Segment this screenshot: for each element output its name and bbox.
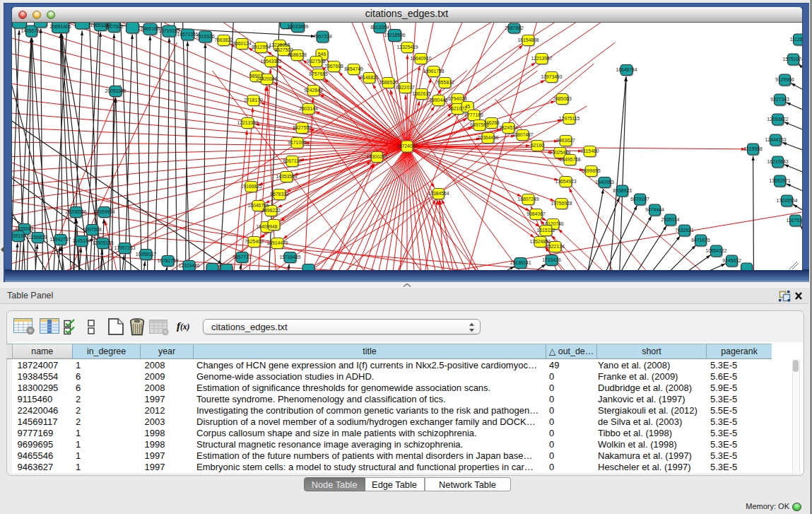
svg-text:19384554: 19384554 bbox=[428, 191, 449, 196]
svg-text:6466160: 6466160 bbox=[141, 26, 160, 31]
svg-text:2522134: 2522134 bbox=[546, 244, 565, 249]
svg-text:9463627: 9463627 bbox=[556, 138, 575, 143]
svg-text:16033809: 16033809 bbox=[287, 24, 308, 29]
svg-text:1156829: 1156829 bbox=[28, 235, 47, 240]
svg-text:12323446: 12323446 bbox=[178, 263, 199, 268]
svg-text:10973493: 10973493 bbox=[541, 74, 562, 79]
svg-text:6794028: 6794028 bbox=[448, 96, 467, 101]
svg-text:3498222: 3498222 bbox=[261, 208, 281, 213]
svg-text:9857771: 9857771 bbox=[233, 255, 252, 259]
svg-text:17016504: 17016504 bbox=[776, 198, 797, 203]
svg-text:16648784: 16648784 bbox=[616, 67, 637, 72]
svg-text:14055724: 14055724 bbox=[20, 28, 42, 33]
svg-text:9474444: 9474444 bbox=[645, 207, 664, 212]
svg-text:8757685: 8757685 bbox=[309, 71, 328, 76]
svg-text:1167533: 1167533 bbox=[786, 218, 801, 223]
svg-text:17359934: 17359934 bbox=[93, 209, 114, 214]
svg-text:8267110: 8267110 bbox=[283, 158, 301, 163]
svg-text:16543382: 16543382 bbox=[260, 59, 281, 64]
svg-text:45: 45 bbox=[464, 104, 470, 109]
svg-text:12942737: 12942737 bbox=[49, 237, 71, 242]
svg-text:16046786: 16046786 bbox=[247, 203, 269, 208]
svg-text:1527602: 1527602 bbox=[105, 24, 124, 29]
svg-text:98901: 98901 bbox=[249, 74, 263, 78]
svg-text:7515526: 7515526 bbox=[196, 34, 215, 39]
svg-text:9777169: 9777169 bbox=[464, 112, 483, 117]
svg-text:13524851: 13524851 bbox=[529, 239, 551, 244]
svg-text:15751074: 15751074 bbox=[782, 57, 802, 62]
svg-text:1145194: 1145194 bbox=[72, 238, 90, 243]
svg-text:8990448: 8990448 bbox=[429, 98, 448, 103]
svg-text:2803144: 2803144 bbox=[299, 106, 318, 111]
svg-text:16120746: 16120746 bbox=[542, 221, 563, 226]
svg-text:18495758: 18495758 bbox=[559, 157, 580, 162]
svg-text:13325419: 13325419 bbox=[396, 45, 418, 49]
svg-text:546: 546 bbox=[317, 52, 326, 57]
svg-text:19756928: 19756928 bbox=[551, 201, 572, 206]
svg-text:6879197: 6879197 bbox=[630, 197, 649, 201]
svg-text:15136141: 15136141 bbox=[510, 260, 531, 265]
svg-text:62160: 62160 bbox=[531, 143, 544, 148]
svg-text:8454749: 8454749 bbox=[344, 66, 363, 71]
svg-text:13226058: 13226058 bbox=[269, 42, 290, 47]
svg-text:2718170: 2718170 bbox=[244, 98, 263, 103]
svg-text:7663822: 7663822 bbox=[214, 37, 233, 42]
svg-text:20691406: 20691406 bbox=[49, 24, 71, 29]
svg-text:10807487: 10807487 bbox=[512, 132, 533, 137]
svg-text:19166825: 19166825 bbox=[240, 184, 261, 189]
svg-text:12444153: 12444153 bbox=[765, 137, 786, 142]
svg-text:9084067: 9084067 bbox=[526, 211, 546, 216]
svg-text:10025488: 10025488 bbox=[549, 150, 570, 155]
svg-text:8912954: 8912954 bbox=[252, 45, 271, 49]
svg-text:1335061: 1335061 bbox=[15, 226, 34, 231]
svg-text:9115460: 9115460 bbox=[580, 148, 599, 153]
svg-text:12213363: 12213363 bbox=[237, 120, 258, 125]
svg-text:9699695: 9699695 bbox=[582, 168, 601, 173]
svg-text:8427552: 8427552 bbox=[293, 125, 312, 130]
svg-text:13654923: 13654923 bbox=[555, 179, 576, 184]
svg-text:12093822: 12093822 bbox=[767, 117, 788, 122]
svg-text:1112856: 1112856 bbox=[789, 37, 801, 42]
svg-text:1362615: 1362615 bbox=[412, 91, 431, 96]
svg-text:16961758: 16961758 bbox=[423, 69, 444, 74]
svg-text:13692971: 13692971 bbox=[769, 178, 790, 183]
svg-text:16914479: 16914479 bbox=[266, 240, 288, 245]
svg-text:17957253: 17957253 bbox=[114, 245, 135, 250]
svg-text:20206536: 20206536 bbox=[65, 209, 86, 214]
svg-text:18724007: 18724007 bbox=[396, 144, 417, 148]
svg-text:12213967: 12213967 bbox=[531, 56, 552, 61]
svg-text:8186328: 8186328 bbox=[288, 52, 307, 57]
svg-text:9129966: 9129966 bbox=[775, 77, 794, 82]
svg-text:2367608: 2367608 bbox=[324, 64, 343, 69]
svg-text:16640910: 16640910 bbox=[410, 56, 431, 61]
svg-text:9245612: 9245612 bbox=[722, 258, 741, 263]
svg-text:16210643: 16210643 bbox=[767, 159, 788, 164]
svg-text:7625402: 7625402 bbox=[245, 239, 264, 244]
svg-text:9327508: 9327508 bbox=[307, 59, 326, 64]
svg-text:12505135: 12505135 bbox=[92, 240, 113, 245]
svg-text:8660124: 8660124 bbox=[233, 41, 252, 46]
svg-text:9171006: 9171006 bbox=[288, 140, 307, 145]
svg-text:12975115: 12975115 bbox=[558, 116, 579, 121]
svg-text:7955812: 7955812 bbox=[435, 80, 454, 85]
svg-text:1733426: 1733426 bbox=[542, 257, 561, 262]
svg-text:9146821: 9146821 bbox=[360, 75, 379, 80]
svg-text:14353594: 14353594 bbox=[276, 174, 297, 179]
svg-text:3824514: 3824514 bbox=[499, 125, 518, 130]
svg-text:8215958: 8215958 bbox=[743, 146, 763, 151]
svg-text:7357224: 7357224 bbox=[313, 34, 332, 39]
svg-text:8322037: 8322037 bbox=[396, 85, 415, 90]
svg-text:18807249: 18807249 bbox=[517, 197, 539, 201]
svg-text:16154808: 16154808 bbox=[517, 37, 539, 42]
svg-text:9242848: 9242848 bbox=[304, 88, 323, 93]
svg-text:15716485: 15716485 bbox=[279, 255, 300, 259]
svg-text:20364436: 20364436 bbox=[477, 135, 498, 140]
svg-text:7632621: 7632621 bbox=[675, 228, 694, 233]
svg-text:1588520: 1588520 bbox=[379, 80, 398, 85]
svg-text:8813054: 8813054 bbox=[370, 25, 389, 30]
svg-text:8471676: 8471676 bbox=[691, 238, 710, 243]
svg-text:8678332: 8678332 bbox=[270, 192, 289, 197]
svg-text:16409948: 16409948 bbox=[256, 224, 277, 229]
svg-text:2935114: 2935114 bbox=[661, 217, 679, 222]
svg-text:8938923: 8938923 bbox=[613, 188, 632, 193]
